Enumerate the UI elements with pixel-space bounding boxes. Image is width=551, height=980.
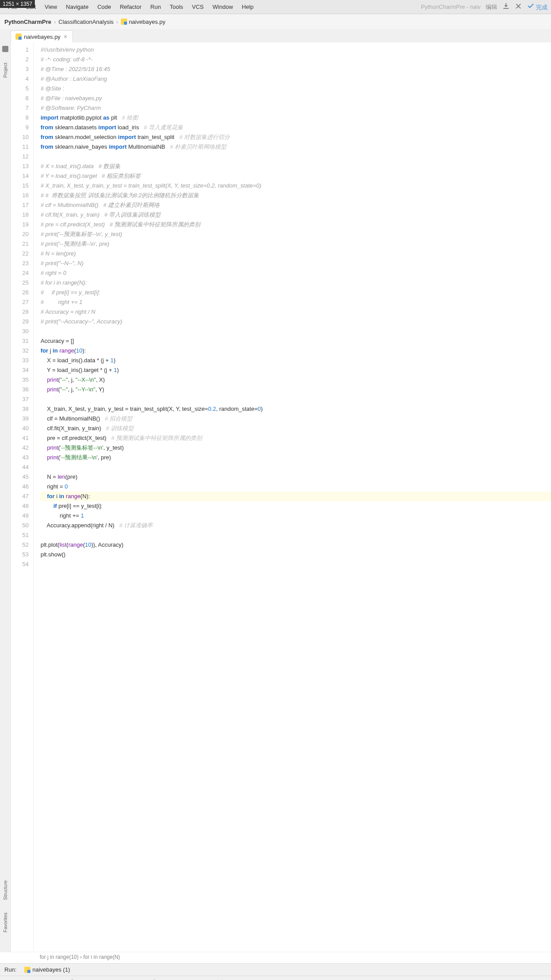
code-line[interactable]: plt.show()	[41, 550, 551, 559]
code-line[interactable]: right += 1	[41, 511, 551, 521]
line-number: 20	[11, 229, 29, 239]
editor-tab[interactable]: naivebayes.py ×	[11, 30, 73, 42]
menu-tools[interactable]: Tools	[165, 2, 187, 12]
breadcrumb-folder[interactable]: ClassificationAnalysis	[59, 19, 114, 25]
line-number: 25	[11, 278, 29, 288]
line-number: 23	[11, 259, 29, 268]
breadcrumb-file[interactable]: naivebayes.py	[121, 19, 165, 25]
code-line[interactable]: # @Software: PyCharm	[41, 103, 551, 113]
python-file-icon	[24, 967, 30, 973]
menu-code[interactable]: Code	[93, 2, 116, 12]
code-line[interactable]: for i in range(N):	[41, 492, 551, 501]
code-line[interactable]: # N = len(pre)	[41, 249, 551, 259]
code-line[interactable]: # clf.fit(X_train, y_train) # 带入训练集训练模型	[41, 210, 551, 220]
code-line[interactable]: # for i in range(N):	[41, 278, 551, 288]
code-line[interactable]: print("--", j, "--Y--\n", Y)	[41, 385, 551, 394]
code-line[interactable]: # Y = load_iris().target # 相应类别标签	[41, 171, 551, 181]
line-number: 53	[11, 550, 29, 559]
line-number: 11	[11, 142, 29, 152]
code-line[interactable]: Y = load_iris().target * (j + 1)	[41, 365, 551, 375]
code-line[interactable]	[41, 152, 551, 161]
favorites-tool-label[interactable]: Favorites	[3, 911, 8, 934]
menu-help[interactable]: Help	[237, 2, 258, 12]
code-line[interactable]: X = load_iris().data * (j + 1)	[41, 356, 551, 365]
download-icon[interactable]	[502, 3, 510, 11]
tab-label: naivebayes.py	[24, 34, 60, 40]
code-line[interactable]: print('--预测结果--\n', pre)	[41, 453, 551, 462]
code-line[interactable]: from sklearn.naive_bayes import Multinom…	[41, 142, 551, 152]
code-line[interactable]: # print('--预测集标签--\n', y_test)	[41, 229, 551, 239]
code-line[interactable]: X_train, X_test, y_train, y_test = train…	[41, 404, 551, 414]
menu-window[interactable]: Window	[208, 2, 237, 12]
line-number: 46	[11, 482, 29, 492]
code-line[interactable]: N = len(pre)	[41, 472, 551, 482]
code-line[interactable]: # @Time : 2022/5/18 16:45	[41, 64, 551, 74]
code-line[interactable]: #!/usr/bin/env python	[41, 45, 551, 55]
code-line[interactable]: # -*- coding: utf-8 -*-	[41, 55, 551, 64]
close-icon[interactable]	[515, 3, 522, 11]
run-config-tab[interactable]: naivebayes (1)	[21, 965, 73, 974]
line-number: 32	[11, 346, 29, 356]
code-line[interactable]: right = 0	[41, 482, 551, 492]
code-line[interactable]: if pre[i] == y_test[i]:	[41, 501, 551, 511]
line-number: 30	[11, 327, 29, 336]
code-line[interactable]: from sklearn.model_selection import trai…	[41, 132, 551, 142]
code-line[interactable]: # X = load_iris().data # 数据集	[41, 161, 551, 171]
code-line[interactable]: print("--", j, "--X--\n", X)	[41, 375, 551, 385]
code-breadcrumb[interactable]: for j in range(10) › for i in range(N)	[0, 952, 551, 963]
code-line[interactable]	[41, 394, 551, 404]
code-line[interactable]: # @Site :	[41, 84, 551, 94]
code-line[interactable]: # if pre[i] == y_test[i]:	[41, 288, 551, 297]
code-line[interactable]: Accuracy = []	[41, 336, 551, 346]
run-label: Run:	[4, 966, 16, 973]
line-number: 34	[11, 365, 29, 375]
close-tab-icon[interactable]: ×	[63, 33, 68, 40]
line-number: 44	[11, 462, 29, 472]
code-line[interactable]: # Accuracy = right / N	[41, 307, 551, 317]
project-tool-label[interactable]: Project	[3, 61, 8, 79]
code-line[interactable]: clf.fit(X_train, y_train) # 训练模型	[41, 424, 551, 433]
done-button[interactable]: 完成	[527, 2, 547, 11]
code-line[interactable]	[41, 462, 551, 472]
code-line[interactable]: clf = MultinomialNB() # 拟合模型	[41, 414, 551, 424]
edit-cn-label[interactable]: 编辑	[486, 3, 497, 11]
line-number: 22	[11, 249, 29, 259]
code-line[interactable]: # # 将数据集按照 训练集比测试集为8:2的比例随机拆分数据集	[41, 191, 551, 200]
code-line[interactable]	[41, 530, 551, 540]
code-line[interactable]: # right = 0	[41, 268, 551, 278]
project-tool-icon[interactable]	[2, 46, 8, 52]
code-line[interactable]: Accuracy.append(right / N) # 计算准确率	[41, 521, 551, 530]
code-line[interactable]: # print("--N--", N)	[41, 259, 551, 268]
line-number: 5	[11, 84, 29, 94]
code-line[interactable]: # print("--Accuracy--", Accuracy)	[41, 317, 551, 327]
menu-run[interactable]: Run	[146, 2, 165, 12]
menu-vcs[interactable]: VCS	[187, 2, 208, 12]
code-line[interactable]: print('--预测集标签--\n', y_test)	[41, 443, 551, 453]
code-line[interactable]: # clf = MultinomialNB() # 建立朴素贝叶斯网络	[41, 200, 551, 210]
code-line[interactable]: # @File : naivebayes.py	[41, 94, 551, 103]
line-number: 17	[11, 200, 29, 210]
menu-navigate[interactable]: Navigate	[61, 2, 93, 12]
code-line[interactable]: import matplotlib.pyplot as plt # 绘图	[41, 113, 551, 123]
line-number: 3	[11, 64, 29, 74]
menu-view[interactable]: View	[40, 2, 61, 12]
structure-tool-label[interactable]: Structure	[3, 879, 8, 902]
code-line[interactable]: plt.plot(list(range(10)), Accuracy)	[41, 540, 551, 550]
line-number: 21	[11, 239, 29, 249]
code-content[interactable]: #!/usr/bin/env python# -*- coding: utf-8…	[39, 42, 551, 952]
code-line[interactable]	[41, 327, 551, 336]
code-line[interactable]: # pre = clf.predict(X_test) # 预测测试集中特征矩阵…	[41, 220, 551, 229]
breadcrumb-project[interactable]: PythonCharmPre	[4, 19, 51, 25]
code-line[interactable]: # X_train, X_test, y_train, y_test = tra…	[41, 181, 551, 191]
code-line[interactable]: # right += 1	[41, 297, 551, 307]
line-number: 47	[11, 492, 29, 501]
code-editor[interactable]: ▶ 12345678910111213141516171819202122232…	[11, 42, 551, 952]
menu-refactor[interactable]: Refactor	[116, 2, 146, 12]
line-number: 52	[11, 540, 29, 550]
code-line[interactable]: for j in range(10):	[41, 346, 551, 356]
code-line[interactable]: from sklearn.datasets import load_iris #…	[41, 123, 551, 132]
code-line[interactable]	[41, 559, 551, 569]
code-line[interactable]: # print('--预测结果--\n', pre)	[41, 239, 551, 249]
code-line[interactable]: # @Author : LanXiaoFang	[41, 74, 551, 84]
code-line[interactable]: pre = clf.predict(X_test) # 预测测试集中特征矩阵所属…	[41, 433, 551, 443]
